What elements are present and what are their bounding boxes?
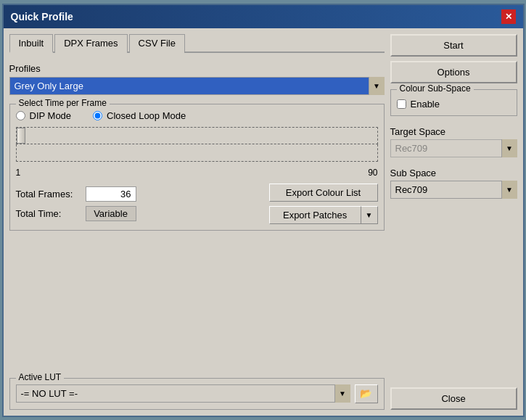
lut-dropdown-wrapper: -= NO LUT =- ▼: [16, 384, 350, 403]
top-buttons: Start Options: [390, 34, 517, 83]
export-patches-row: Export Patches ▼: [269, 206, 378, 224]
closed-loop-radio[interactable]: [93, 111, 102, 120]
close-titlebar-button[interactable]: ✕: [501, 9, 516, 24]
profiles-label: Profiles: [9, 63, 385, 74]
tab-dpx-frames[interactable]: DPX Frames: [54, 34, 127, 53]
total-time-label: Total Time:: [16, 208, 81, 219]
closed-loop-item: Closed Loop Mode: [93, 110, 186, 121]
closed-loop-label: Closed Loop Mode: [107, 110, 186, 121]
enable-checkbox[interactable]: [397, 99, 406, 109]
total-frames-label: Total Frames:: [16, 189, 81, 199]
enable-row: Enable: [397, 99, 511, 110]
dip-mode-label: DIP Mode: [30, 110, 72, 121]
target-space-section: Target Space Rec709 sRGB P3 ▼: [390, 122, 517, 157]
colour-sub-space-box: Colour Sub-Space Enable: [390, 89, 517, 116]
export-patches-dropdown-arrow[interactable]: ▼: [361, 206, 378, 224]
range-max: 90: [368, 168, 377, 178]
radio-group: DIP Mode Closed Loop Mode: [16, 110, 378, 121]
close-button[interactable]: Close: [390, 387, 517, 410]
lut-folder-button[interactable]: 📂: [355, 384, 378, 403]
export-patches-button[interactable]: Export Patches: [269, 206, 361, 224]
totals-left: Total Frames: 36 Total Time: Variable: [16, 186, 136, 221]
total-time-value: Variable: [86, 206, 136, 221]
tab-csv-file[interactable]: CSV File: [129, 34, 185, 53]
export-colour-list-button[interactable]: Export Colour List: [269, 184, 378, 202]
target-space-dropdown-wrapper: Rec709 sRGB P3 ▼: [390, 139, 517, 157]
profiles-section: Profiles Grey Only Large Grey Only Small…: [9, 60, 385, 98]
active-lut-section: Active LUT -= NO LUT =- ▼ 📂: [9, 378, 385, 410]
total-frames-row: Total Frames: 36: [16, 186, 136, 202]
range-min: 1: [16, 168, 21, 178]
sub-space-select[interactable]: Rec709 sRGB P3: [390, 181, 517, 199]
sub-space-section: Sub Space Rec709 sRGB P3 ▼: [390, 163, 517, 199]
left-panel: Inbuilt DPX Frames CSV File Profiles Gre…: [9, 34, 385, 410]
start-button[interactable]: Start: [390, 34, 517, 57]
total-time-row: Total Time: Variable: [16, 206, 136, 221]
quick-profile-dialog: Quick Profile ✕ Inbuilt DPX Frames CSV F…: [2, 4, 525, 417]
tab-inbuilt[interactable]: Inbuilt: [9, 34, 54, 53]
export-buttons: Export Colour List Export Patches ▼: [269, 184, 378, 224]
colour-sub-space-label: Colour Sub-Space: [397, 83, 474, 94]
sub-space-dropdown-wrapper: Rec709 sRGB P3 ▼: [390, 181, 517, 199]
slider-area: [16, 127, 378, 162]
right-panel: Start Options Colour Sub-Space Enable Ta…: [390, 34, 517, 410]
target-space-select[interactable]: Rec709 sRGB P3: [390, 139, 517, 157]
dip-mode-radio[interactable]: [16, 111, 25, 120]
total-frames-value: 36: [86, 186, 136, 202]
tab-bar: Inbuilt DPX Frames CSV File: [9, 34, 385, 53]
slider-range: 1 90: [16, 168, 378, 178]
target-space-label: Target Space: [390, 126, 517, 137]
options-button[interactable]: Options: [390, 61, 517, 83]
titlebar: Quick Profile ✕: [4, 5, 523, 28]
dip-mode-item: DIP Mode: [16, 110, 72, 121]
sub-space-label: Sub Space: [390, 168, 517, 178]
dialog-title: Quick Profile: [11, 11, 73, 22]
profiles-select[interactable]: Grey Only Large Grey Only Small Full Col…: [9, 77, 385, 95]
totals-row: Total Frames: 36 Total Time: Variable Ex…: [16, 184, 378, 224]
time-per-frame-group: Select Time per Frame DIP Mode Closed Lo…: [9, 104, 385, 231]
lut-select[interactable]: -= NO LUT =-: [16, 384, 350, 403]
active-lut-label: Active LUT: [16, 372, 65, 382]
enable-label: Enable: [411, 99, 440, 110]
profiles-dropdown-wrapper: Grey Only Large Grey Only Small Full Col…: [9, 77, 385, 95]
time-per-frame-label: Select Time per Frame: [16, 98, 110, 108]
lut-row: -= NO LUT =- ▼ 📂: [16, 384, 378, 403]
folder-icon: 📂: [360, 388, 372, 399]
slider-thumb-left[interactable]: [17, 128, 25, 144]
